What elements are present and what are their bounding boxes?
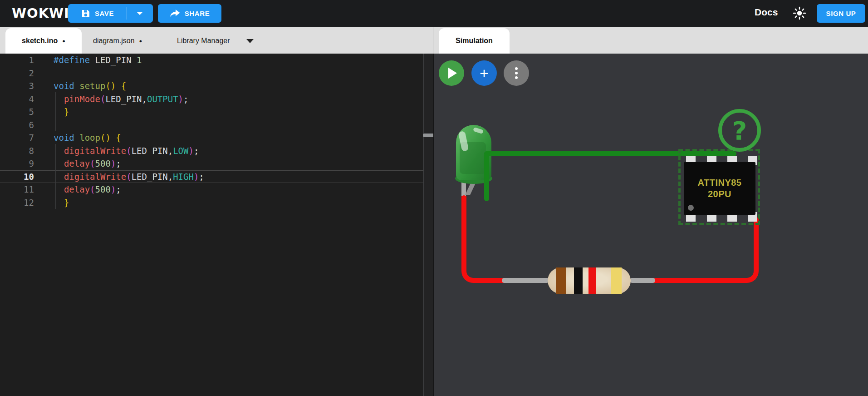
save-label: SAVE	[95, 10, 114, 17]
code-editor[interactable]: 1#define LED_PIN 123void setup() {4 pinM…	[0, 54, 423, 396]
line-number: 1	[0, 55, 34, 65]
line-code: delay(500);	[34, 158, 121, 168]
line-number: 3	[0, 81, 34, 91]
line-number: 5	[0, 107, 34, 117]
code-line-8[interactable]: 8 digitalWrite(LED_PIN,LOW);	[0, 144, 423, 158]
tab-simulation[interactable]: Simulation	[439, 28, 510, 54]
question-glyph: ?	[732, 116, 747, 145]
docs-link[interactable]: Docs	[755, 7, 778, 18]
sign-up-label: SIGN UP	[826, 10, 856, 17]
line-number: 10	[0, 172, 34, 182]
add-part-button[interactable]: +	[471, 60, 497, 86]
wire-red-right[interactable]	[653, 218, 759, 283]
top-bar: WOKWI SAVE SHARE Docs	[0, 0, 868, 27]
code-line-10[interactable]: 10 digitalWrite(LED_PIN,HIGH);	[0, 170, 423, 183]
ellipsis-dot	[515, 67, 518, 70]
resistor-band-2	[574, 267, 583, 294]
wire-red-left-end	[461, 195, 466, 202]
help-question-icon[interactable]: ?	[718, 109, 761, 152]
wokwi-logo[interactable]: WOKWI	[12, 5, 69, 21]
share-label: SHARE	[185, 10, 210, 17]
save-button-main[interactable]: SAVE	[69, 9, 127, 18]
tab-library-label: Library Manager	[177, 37, 230, 45]
sun-icon	[793, 6, 806, 20]
resistor-band-1	[556, 267, 566, 294]
led-highlight	[473, 127, 484, 134]
line-number: 8	[0, 146, 34, 156]
line-code: }	[34, 107, 69, 117]
tab-simulation-label: Simulation	[456, 37, 493, 45]
wire-red-left[interactable]	[461, 196, 507, 283]
editor-scrollbar-gutter[interactable]	[423, 54, 433, 396]
code-line-6[interactable]: 6	[0, 119, 423, 132]
code-line-9[interactable]: 9 delay(500);	[0, 157, 423, 170]
ellipsis-dot	[515, 76, 518, 79]
save-dropdown-button[interactable]	[127, 12, 152, 15]
line-code: digitalWrite(LED_PIN,LOW);	[34, 146, 199, 156]
start-simulation-button[interactable]	[439, 60, 464, 86]
plus-icon: +	[480, 64, 489, 82]
line-code: #define LED_PIN 1	[34, 55, 142, 65]
code-line-4[interactable]: 4 pinMode(LED_PIN,OUTPUT);	[0, 93, 423, 106]
line-code: pinMode(LED_PIN,OUTPUT);	[34, 94, 188, 104]
line-code: void loop() {	[34, 133, 121, 143]
line-number: 12	[0, 198, 34, 208]
tab-sketch-ino[interactable]: sketch.ino ●	[5, 28, 82, 54]
line-number: 6	[0, 120, 34, 130]
indent-guide	[55, 92, 56, 131]
line-number: 4	[0, 94, 34, 104]
line-code: void setup() {	[34, 81, 126, 91]
code-line-1[interactable]: 1#define LED_PIN 1	[0, 54, 423, 67]
chevron-down-icon	[246, 39, 254, 43]
code-line-2[interactable]: 2	[0, 67, 423, 80]
panel-divider-top	[433, 27, 433, 54]
resistor-lead-left	[502, 278, 549, 283]
play-icon	[448, 68, 457, 79]
attiny85-chip[interactable]: ATTINY85 20PU	[684, 162, 755, 215]
unsaved-dot-icon: ●	[139, 38, 142, 44]
save-button[interactable]: SAVE	[68, 4, 153, 23]
wire-green-vertical[interactable]	[484, 153, 489, 201]
tab-diagram-label: diagram.json	[93, 37, 135, 45]
wokwi-app: WOKWI SAVE SHARE Docs	[0, 0, 868, 396]
tab-diagram-json[interactable]: diagram.json ●	[93, 28, 142, 54]
resistor-band-3	[588, 267, 596, 294]
code-line-11[interactable]: 11 delay(500);	[0, 183, 423, 196]
chip-pin1-dot	[688, 205, 694, 211]
ellipsis-dot	[515, 72, 518, 74]
simulation-menu-button[interactable]	[504, 60, 529, 86]
sign-up-button[interactable]: SIGN UP	[817, 4, 865, 23]
resistor-component[interactable]	[548, 267, 631, 294]
chevron-down-icon	[137, 12, 143, 15]
resistor-band-4	[611, 267, 622, 294]
code-line-3[interactable]: 3void setup() {	[0, 79, 423, 93]
line-number: 9	[0, 158, 34, 168]
indent-guide	[55, 144, 56, 209]
panel-resize-handle[interactable]	[423, 134, 434, 137]
code-line-5[interactable]: 5 }	[0, 105, 423, 119]
tab-sketch-label: sketch.ino	[22, 37, 58, 45]
code-line-7[interactable]: 7void loop() {	[0, 131, 423, 144]
unsaved-dot-icon: ●	[62, 38, 65, 44]
tab-library-manager[interactable]: Library Manager	[177, 28, 254, 54]
resistor-lead-right	[630, 278, 655, 283]
floppy-save-icon	[81, 9, 90, 18]
share-button[interactable]: SHARE	[158, 4, 221, 23]
theme-toggle-button[interactable]	[793, 6, 806, 20]
line-code: delay(500);	[34, 184, 121, 194]
code-line-12[interactable]: 12 }	[0, 196, 423, 209]
line-number: 11	[0, 184, 34, 194]
line-number: 2	[0, 68, 34, 78]
line-code: }	[34, 198, 69, 208]
chip-label-line1: ATTINY85	[698, 177, 742, 188]
line-number: 7	[0, 133, 34, 143]
share-arrow-icon	[170, 10, 180, 17]
line-code: digitalWrite(LED_PIN,HIGH);	[34, 172, 204, 182]
chip-label-line2: 20PU	[708, 188, 731, 200]
